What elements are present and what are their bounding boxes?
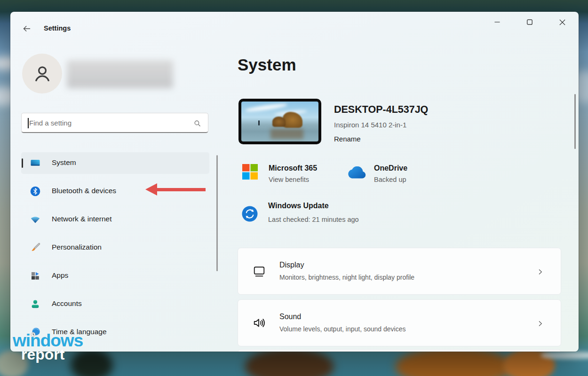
display-icon <box>252 264 266 278</box>
content-scrollbar[interactable] <box>574 94 576 149</box>
device-thumbnail <box>238 99 321 144</box>
settings-window: Settings <box>10 12 579 352</box>
bluetooth-icon <box>30 186 41 197</box>
annotation-arrow-head <box>145 183 157 196</box>
personalization-icon <box>30 242 41 253</box>
sidebar-scrollbar[interactable] <box>216 155 218 271</box>
rename-link[interactable]: Rename <box>334 135 361 143</box>
onedrive-title: OneDrive <box>374 164 407 172</box>
chevron-right-icon <box>537 268 544 276</box>
sidebar-item-label: Apps <box>52 271 68 280</box>
search-box <box>21 113 208 133</box>
windows-update-subtitle: Last checked: 21 minutes ago <box>268 216 359 223</box>
back-arrow-icon <box>22 24 32 33</box>
thumbnail-cloud <box>245 102 288 113</box>
sidebar-item-system[interactable]: System <box>21 152 209 174</box>
sidebar-item-label: System <box>52 158 76 167</box>
system-icon <box>30 157 41 169</box>
person-icon <box>31 63 54 85</box>
thumbnail-rock <box>272 117 286 127</box>
display-settings-card[interactable]: Display Monitors, brightness, night ligh… <box>238 248 561 295</box>
sidebar-item-network-internet[interactable]: Network & internet <box>21 209 209 230</box>
maximize-icon <box>527 19 532 25</box>
next-settings-card-partial[interactable] <box>238 349 561 352</box>
device-name: DESKTOP-4L537JQ <box>334 104 428 116</box>
onedrive-subtitle: Backed up <box>374 176 406 183</box>
ms365-title: Microsoft 365 <box>269 164 317 172</box>
annotation-arrow-bar <box>156 188 206 191</box>
back-button[interactable] <box>21 23 33 34</box>
ms365-subtitle[interactable]: View benefits <box>269 176 309 183</box>
thumbnail-person <box>258 120 260 125</box>
sidebar-item-label: Bluetooth & devices <box>52 187 116 195</box>
sidebar-item-label: Accounts <box>52 299 82 308</box>
card-title: Sound <box>279 313 301 321</box>
windows-update-title: Windows Update <box>268 202 329 210</box>
sidebar-item-accounts[interactable]: Accounts <box>21 293 209 315</box>
minimize-icon <box>494 19 500 25</box>
text-caret <box>28 118 29 128</box>
search-icon <box>193 119 201 127</box>
sound-icon <box>252 316 266 330</box>
sidebar-item-personalization[interactable]: Personalization <box>21 237 209 258</box>
windows-update-icon <box>242 206 258 222</box>
selection-indicator <box>22 158 23 168</box>
search-input[interactable] <box>29 113 184 132</box>
window-title: Settings <box>44 24 71 32</box>
page-title: System <box>238 55 296 74</box>
accounts-icon <box>30 298 41 310</box>
card-title: Display <box>279 261 304 269</box>
desktop: Settings <box>0 0 588 376</box>
user-avatar[interactable] <box>22 54 62 94</box>
watermark-report: report <box>21 346 64 363</box>
sidebar-item-apps[interactable]: Apps <box>21 265 209 287</box>
microsoft-logo-icon <box>242 164 258 180</box>
sidebar-item-label: Network & internet <box>52 215 112 223</box>
apps-icon <box>30 270 41 282</box>
card-subtitle: Monitors, brightness, night light, displ… <box>279 274 414 281</box>
onedrive-cloud-icon <box>346 166 367 180</box>
wallpaper-foam <box>541 352 588 359</box>
sidebar-item-bluetooth-devices[interactable]: Bluetooth & devices <box>21 180 209 202</box>
minimize-button[interactable] <box>487 15 507 30</box>
card-subtitle: Volume levels, output, input, sound devi… <box>279 325 406 333</box>
close-icon <box>559 19 565 25</box>
close-button[interactable] <box>552 15 572 30</box>
maximize-button[interactable] <box>520 15 540 30</box>
user-name-blurred <box>67 60 173 88</box>
chevron-right-icon <box>537 320 544 328</box>
sound-settings-card[interactable]: Sound Volume levels, output, input, soun… <box>238 299 561 346</box>
thumbnail-reflection <box>270 129 303 139</box>
network-icon <box>30 214 41 225</box>
device-model: Inspiron 14 5410 2-in-1 <box>334 121 406 129</box>
thumbnail-rock <box>283 112 302 128</box>
sidebar-item-label: Personalization <box>52 243 102 251</box>
